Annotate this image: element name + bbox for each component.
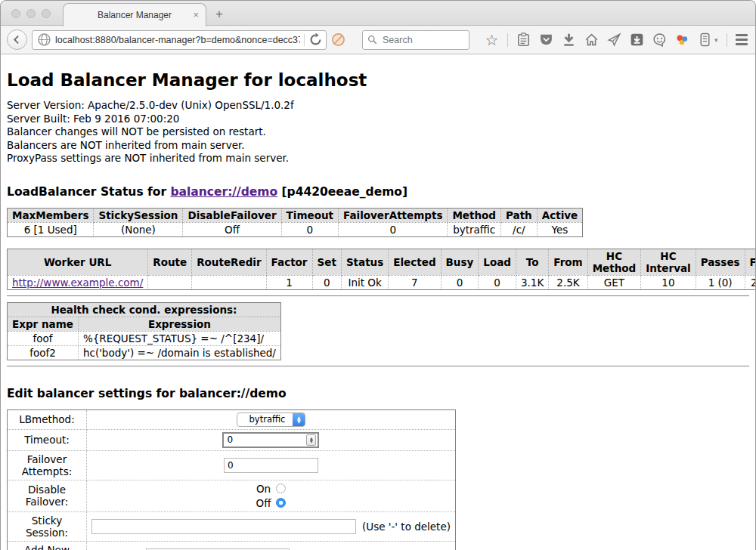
col-set: Set: [312, 249, 341, 275]
url-bar[interactable]: localhost:8880/balancer-manager?b=demo&n…: [32, 30, 327, 50]
cell-factor: 1: [266, 275, 312, 289]
failover-attempts-input[interactable]: [224, 458, 318, 473]
col-expr-name: Expr name: [8, 317, 79, 331]
minimize-window-button[interactable]: [26, 9, 36, 18]
col-hc-interval: HC Interval: [641, 249, 696, 275]
globe-icon: [37, 32, 51, 47]
table-title-row: Health check cond. expressions:: [8, 302, 281, 317]
page-title: Load Balancer Manager for localhost: [7, 70, 749, 90]
hello-smiley-icon[interactable]: [652, 32, 667, 47]
form-row-lbmethod: LBmethod: bytraffic ▲▼: [8, 409, 456, 429]
cell-expr-name: foof2: [8, 345, 79, 360]
cell-fails: 2 (0): [745, 275, 756, 289]
lbmethod-select[interactable]: bytraffic ▲▼: [237, 412, 306, 427]
browser-window: Balancer Manager × + localhost:8880/bala…: [0, 0, 756, 550]
cell-from: 2.5K: [549, 275, 587, 289]
col-routeredir: RouteRedir: [192, 249, 266, 275]
health-table-title: Health check cond. expressions:: [8, 302, 281, 317]
cell-route: [148, 275, 192, 289]
form-row-failover-attempts: Failover Attempts:: [8, 450, 456, 480]
off-label: Off: [256, 497, 271, 509]
close-window-button[interactable]: [11, 9, 20, 18]
zoom-window-button[interactable]: [42, 9, 51, 18]
cell-hc-method: GET: [587, 275, 641, 289]
lbmethod-selected-value: bytraffic: [237, 414, 293, 425]
spinner-icon[interactable]: ▲▼: [306, 434, 316, 446]
cell-status: Init Ok: [341, 275, 388, 289]
dropdown-caret-icon[interactable]: ▾: [714, 36, 718, 44]
failover-off-radio[interactable]: [276, 498, 286, 508]
edit-balancer-form: LBmethod: bytraffic ▲▼ Timeout: 0 ▲▼: [7, 409, 456, 550]
table-row: foof %{REQUEST_STATUS} =~ /^[234]/: [8, 331, 281, 345]
select-stepper-icon: ▲▼: [293, 412, 305, 427]
balancer-demo-link[interactable]: balancer://demo: [170, 185, 277, 199]
bookmark-star-icon[interactable]: ☆: [485, 32, 499, 47]
col-factor: Factor: [266, 249, 312, 275]
new-tab-button[interactable]: +: [215, 7, 223, 22]
back-button[interactable]: [7, 29, 27, 50]
disable-failover-label: Disable Failover:: [8, 480, 87, 511]
section-divider: [7, 366, 749, 367]
worker-url-link[interactable]: http://www.example.com/: [12, 277, 143, 289]
reload-icon[interactable]: [308, 32, 323, 47]
col-timeout: Timeout: [281, 208, 338, 222]
search-input[interactable]: [381, 34, 457, 46]
downloads-icon[interactable]: [562, 32, 576, 47]
timeout-input[interactable]: 0 ▲▼: [222, 432, 319, 448]
timeout-value: 0: [227, 434, 233, 445]
cell-method: bytraffic: [448, 222, 501, 236]
form-row-timeout: Timeout: 0 ▲▼: [8, 429, 456, 450]
cell-maxmembers: 6 [1 Used]: [8, 222, 94, 236]
home-icon[interactable]: [584, 32, 599, 47]
table-row: 6 [1 Used] (None) Off 0 0 bytraffic /c/ …: [8, 222, 583, 236]
status-heading-prefix: LoadBalancer Status for: [7, 185, 170, 199]
add-worker-label: Add New Worker:: [8, 541, 87, 550]
sticky-session-input[interactable]: [91, 519, 356, 534]
col-expression: Expression: [78, 317, 280, 331]
menu-hamburger-icon[interactable]: [736, 34, 748, 45]
cell-stickysession: (None): [94, 222, 183, 236]
bookmarks-clipboard-icon[interactable]: [516, 32, 531, 47]
table-row: foof2 hc('body') =~ /domain is establish…: [8, 345, 281, 360]
cell-load: 0: [479, 275, 516, 289]
table-header-row: Worker URL Route RouteRedir Factor Set S…: [8, 249, 756, 275]
server-built: Server Built: Feb 9 2016 07:00:20: [7, 113, 749, 126]
search-bar[interactable]: [362, 30, 469, 50]
health-check-table: Health check cond. expressions: Expr nam…: [7, 302, 281, 360]
tab-close-icon[interactable]: ×: [193, 9, 199, 20]
section-divider: [7, 295, 749, 297]
send-plane-icon[interactable]: [607, 32, 621, 47]
col-method: Method: [448, 208, 501, 222]
col-load: Load: [479, 249, 516, 275]
table-row: http://www.example.com/ 1 0 Init Ok 7 0 …: [8, 275, 756, 289]
col-to: To: [516, 249, 548, 275]
battery-panel-icon[interactable]: [698, 32, 712, 47]
col-route: Route: [148, 249, 192, 275]
col-elected: Elected: [389, 249, 441, 275]
col-disablefailover: DisableFailover: [183, 208, 281, 222]
cell-routeredir: [192, 275, 266, 289]
pocket-icon[interactable]: [539, 32, 553, 47]
page-content: Load Balancer Manager for localhost Serv…: [1, 54, 755, 550]
worker-status-table: Worker URL Route RouteRedir Factor Set S…: [7, 249, 756, 290]
notice-proxypass: ProxyPass settings are NOT inherited fro…: [7, 152, 749, 165]
cell-hc-interval: 10: [641, 275, 696, 289]
block-content-icon[interactable]: [331, 32, 345, 47]
notice-balancers: Balancers are NOT inherited from main se…: [7, 139, 749, 153]
cell-active: Yes: [537, 222, 583, 236]
colored-dots-icon[interactable]: [675, 32, 689, 47]
cell-failoverattempts: 0: [339, 222, 448, 236]
col-hc-method: HC Method: [587, 249, 641, 275]
url-text[interactable]: localhost:8880/balancer-manager?b=demo&n…: [55, 35, 300, 45]
tab-bar: Balancer Manager × +: [1, 1, 755, 26]
col-worker-url: Worker URL: [8, 249, 148, 275]
col-busy: Busy: [441, 249, 479, 275]
table-header-row: Expr name Expression: [8, 317, 281, 331]
col-stickysession: StickySession: [94, 208, 183, 222]
col-failoverattempts: FailoverAttempts: [339, 208, 448, 222]
tab-balancer-manager[interactable]: Balancer Manager ×: [63, 3, 206, 26]
failover-on-radio[interactable]: [276, 484, 286, 493]
form-row-sticky-session: Sticky Session: (Use '-' to delete): [8, 511, 456, 541]
cell-to: 3.1K: [516, 275, 548, 289]
save-download-square-icon[interactable]: [630, 32, 644, 47]
